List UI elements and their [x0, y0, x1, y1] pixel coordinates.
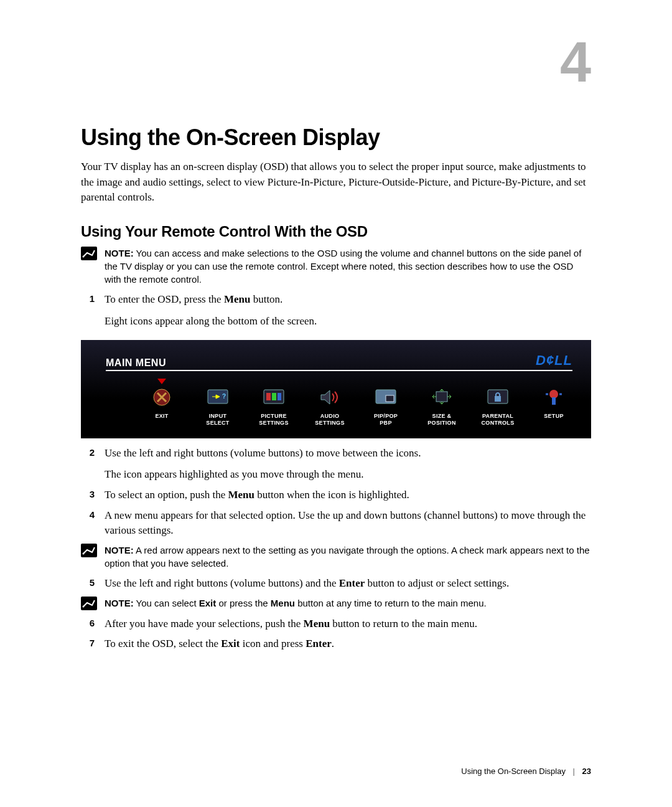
osd-label: SIZE & POSITION: [427, 413, 455, 427]
step-text: button to return to the main menu.: [330, 618, 477, 630]
osd-label: INPUT SELECT: [206, 413, 229, 427]
note-body: A red arrow appears next to the setting …: [105, 545, 590, 569]
step-number: 1: [81, 292, 95, 304]
exit-ref: Exit: [199, 598, 217, 608]
step-6: 6 After you have made your selections, p…: [81, 616, 591, 632]
note-text: NOTE: You can select Exit or press the M…: [105, 597, 591, 610]
parental-controls-icon: [487, 388, 509, 407]
svg-point-16: [83, 605, 85, 607]
svg-rect-9: [386, 395, 394, 402]
step-number: 2: [81, 446, 95, 458]
step-1: 1 To enter the OSD, press the Menu butto…: [81, 292, 591, 329]
step-3: 3 To select an option, push the Menu but…: [81, 488, 591, 503]
note-icon: [81, 544, 97, 557]
note-label: NOTE:: [105, 545, 134, 555]
step-text: button.: [250, 293, 282, 305]
osd-label: SETUP: [544, 413, 564, 420]
step-number: 6: [81, 616, 95, 628]
osd-item-picture-settings: PICTURE SETTINGS: [255, 379, 292, 427]
step-text: A new menu appears for that selected opt…: [105, 509, 586, 537]
osd-label: PICTURE SETTINGS: [259, 413, 288, 427]
svg-rect-14: [552, 397, 556, 405]
step-text: button to adjust or select settings.: [365, 577, 509, 589]
step-4: 4 A new menu appears for that selected o…: [81, 508, 591, 539]
setup-icon: [543, 388, 565, 407]
step-text: To enter the OSD, press the: [105, 293, 224, 305]
svg-point-15: [83, 552, 85, 554]
enter-ref: Enter: [339, 577, 365, 589]
svg-rect-10: [436, 392, 447, 402]
note-body: or press the: [216, 598, 271, 608]
note-text: NOTE: You can access and make selections…: [105, 247, 591, 286]
osd-figure: MAIN MENU D¢LL EXIT ? INPUT SELECT: [81, 340, 591, 438]
svg-rect-12: [495, 396, 501, 402]
menu-ref: Menu: [224, 293, 251, 305]
osd-label: PARENTAL CONTROLS: [482, 413, 515, 427]
exit-icon: [151, 388, 173, 407]
step-text: icon and press: [240, 638, 306, 649]
page-title: Using the On-Screen Display: [81, 125, 591, 151]
menu-ref: Menu: [304, 618, 330, 630]
osd-item-parental-controls: PARENTAL CONTROLS: [479, 379, 516, 427]
step-text: To exit the OSD, select the: [105, 638, 221, 649]
step-number: 7: [81, 636, 95, 648]
step-subtext: Eight icons appear along the bottom of t…: [105, 314, 591, 329]
svg-rect-7: [278, 393, 281, 400]
step-subtext: The icon appears highlighted as you move…: [105, 467, 591, 483]
step-text: button when the icon is highlighted.: [254, 489, 409, 501]
step-7: 7 To exit the OSD, select the Exit icon …: [81, 636, 591, 652]
step-2: 2 Use the left and right buttons (volume…: [81, 446, 591, 483]
note-icon: [81, 597, 97, 610]
note-text: NOTE: A red arrow appears next to the se…: [105, 544, 591, 570]
step-text: After you have made your selections, pus…: [105, 618, 304, 630]
step-number: 4: [81, 508, 95, 520]
intro-paragraph: Your TV display has an on-screen display…: [81, 159, 591, 205]
svg-rect-6: [272, 393, 276, 400]
step-number: 5: [81, 576, 95, 588]
svg-point-0: [83, 255, 85, 257]
osd-item-size-position: SIZE & POSITION: [423, 379, 460, 427]
step-5: 5 Use the left and right buttons (volume…: [81, 576, 591, 592]
osd-title: MAIN MENU: [106, 357, 166, 369]
footer-separator: |: [573, 767, 575, 776]
note-body: You can select: [136, 598, 199, 608]
step-text: Use the left and right buttons (volume b…: [105, 577, 339, 589]
osd-item-pip-pop: PIP/POP PBP: [367, 379, 404, 427]
audio-settings-icon: [319, 388, 341, 407]
osd-item-input-select: ? INPUT SELECT: [199, 379, 236, 427]
step-text: To select an option, push the: [105, 489, 228, 501]
note-block: NOTE: You can select Exit or press the M…: [81, 597, 591, 610]
note-label: NOTE:: [105, 598, 134, 608]
step-number: 3: [81, 488, 95, 499]
page-footer: Using the On-Screen Display | 23: [461, 767, 591, 776]
osd-item-setup: SETUP: [535, 379, 572, 427]
section-heading: Using Your Remote Control With the OSD: [81, 223, 591, 240]
step-text: Use the left and right buttons (volume b…: [105, 447, 421, 459]
enter-ref: Enter: [306, 638, 332, 649]
svg-text:?: ?: [222, 393, 226, 400]
chapter-number: 4: [560, 34, 591, 90]
dell-logo: D¢LL: [536, 352, 572, 369]
note-icon: [81, 247, 97, 260]
osd-label: PIP/POP PBP: [374, 413, 398, 427]
osd-label: EXIT: [155, 413, 168, 420]
osd-selected-arrow-icon: [157, 379, 166, 384]
pip-icon: [375, 388, 397, 407]
svg-rect-5: [266, 393, 271, 400]
svg-point-13: [549, 390, 558, 399]
page-number: 23: [582, 767, 591, 776]
step-text: .: [332, 638, 334, 649]
osd-item-audio-settings: AUDIO SETTINGS: [311, 379, 348, 427]
menu-ref: Menu: [271, 598, 295, 608]
note-body: You can access and make selections to th…: [105, 248, 581, 285]
note-block: NOTE: You can access and make selections…: [81, 247, 591, 286]
footer-title: Using the On-Screen Display: [461, 767, 566, 776]
note-block: NOTE: A red arrow appears next to the se…: [81, 544, 591, 570]
size-position-icon: [431, 388, 453, 407]
picture-settings-icon: [263, 388, 285, 407]
note-body: button at any time to return to the main…: [295, 598, 487, 608]
input-select-icon: ?: [207, 388, 229, 407]
osd-label: AUDIO SETTINGS: [315, 413, 344, 427]
exit-ref: Exit: [221, 638, 240, 649]
note-label: NOTE:: [105, 248, 134, 258]
